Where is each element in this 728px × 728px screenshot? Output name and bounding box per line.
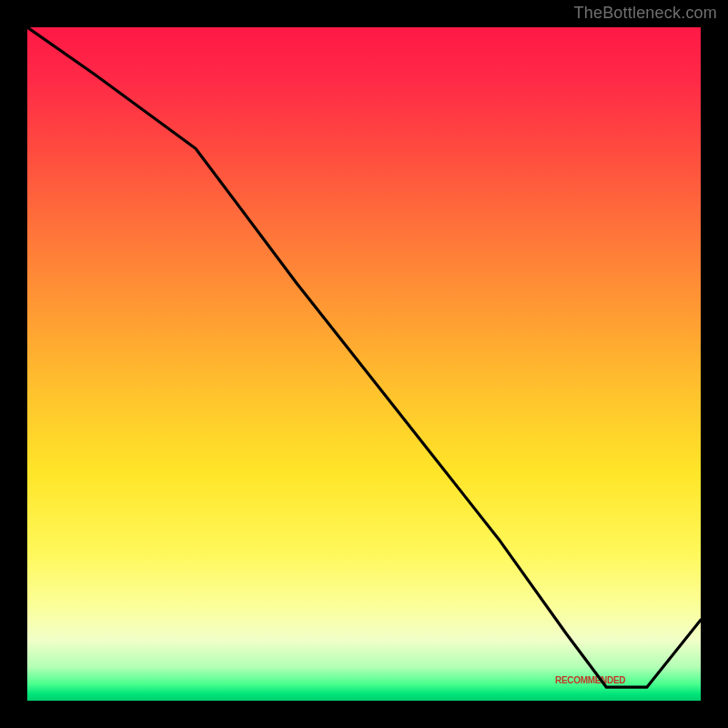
bottleneck-line	[27, 27, 701, 687]
watermark-text: TheBottleneck.com	[574, 4, 717, 23]
chart-frame: TheBottleneck.com RECOMMENDED	[0, 0, 728, 728]
line-path-svg	[27, 27, 701, 701]
plot-area: RECOMMENDED	[27, 27, 701, 701]
